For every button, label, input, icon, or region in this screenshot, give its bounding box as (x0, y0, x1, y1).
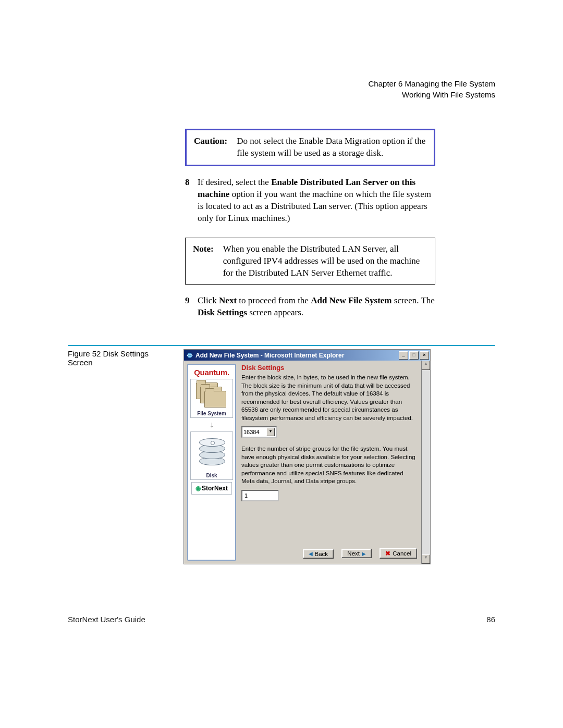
caution-text: Do not select the Enable Data Migration … (237, 135, 426, 159)
next-label: Next (347, 550, 360, 557)
stripe-groups-description: Enter the number of stripe groups for th… (241, 445, 417, 486)
s9-b1: Next (219, 295, 237, 305)
file-system-tile: File System (190, 379, 233, 418)
arrow-down-icon: ↓ (210, 420, 214, 429)
step-9: 9 Click Next to proceed from the Add New… (185, 295, 435, 319)
titlebar: Add New File System - Microsoft Internet… (184, 350, 430, 361)
stripe-groups-input[interactable]: 1 (241, 490, 279, 501)
minimize-button[interactable]: _ (399, 351, 408, 360)
step8-suffix: option if you want the machine on which … (198, 189, 431, 223)
disk-label: Disk (192, 473, 231, 478)
window-body: Quantum. File System ↓ Disk (184, 361, 430, 564)
step-number: 8 (185, 177, 192, 225)
cancel-button[interactable]: ✖ Cancel (380, 548, 417, 559)
wizard-buttons: ◀ Back Next ▶ ✖ Cancel (241, 533, 417, 559)
window-title: Add New File System - Microsoft Internet… (195, 352, 399, 359)
window-buttons: _ □ × (399, 351, 429, 360)
caution-label: Caution: (194, 135, 227, 159)
file-system-label: File System (192, 411, 231, 416)
vertical-scrollbar[interactable]: ▲ ▼ (421, 361, 430, 564)
page-footer: StorNext User's Guide 86 (68, 615, 495, 624)
wizard-main-panel: Disk Settings Enter the block size, in b… (239, 361, 421, 564)
back-button[interactable]: ◀ Back (303, 549, 334, 559)
scroll-down-button[interactable]: ▼ (422, 554, 430, 564)
step-body: Click Next to proceed from the Add New F… (198, 295, 435, 319)
s9-t1: Click (198, 295, 219, 305)
figure-wrap: Figure 52 Disk Settings Screen Add New F… (68, 345, 495, 564)
svg-point-0 (187, 353, 193, 359)
note-text: When you enable the Distributed LAN Serv… (223, 243, 427, 279)
s9-b3: Disk Settings (198, 307, 247, 317)
stornext-badge: ◉StorNext (191, 482, 232, 495)
page-number: 86 (486, 615, 495, 624)
page-body: Chapter 6 Managing the File System Worki… (68, 78, 495, 564)
block-size-value: 16384 (243, 429, 260, 435)
quantum-logo: Quantum. (194, 368, 229, 377)
back-label: Back (315, 551, 328, 557)
cancel-label: Cancel (393, 550, 411, 557)
s9-t2: to proceed from the (237, 295, 311, 305)
close-button[interactable]: × (420, 351, 429, 360)
disk-icon (196, 435, 227, 472)
triangle-left-icon: ◀ (309, 551, 313, 557)
ie-icon (186, 352, 193, 359)
step-8: 8 If desired, select the Enable Distribu… (185, 177, 435, 225)
chapter-line: Chapter 6 Managing the File System (68, 78, 495, 89)
step8-prefix: If desired, select the (198, 177, 271, 187)
stripe-groups-value: 1 (244, 492, 248, 499)
x-icon: ✖ (385, 550, 390, 557)
scroll-track[interactable] (422, 370, 430, 554)
dropdown-arrow-icon[interactable]: ▼ (266, 428, 275, 436)
s9-t3: screen. The (392, 295, 435, 305)
stornext-text: StorNext (202, 485, 228, 492)
running-header: Chapter 6 Managing the File System Worki… (68, 78, 495, 100)
maximize-button[interactable]: □ (409, 351, 419, 360)
section-line: Working With File Systems (68, 89, 495, 100)
globe-icon: ◉ (195, 485, 201, 492)
s9-b2: Add New File System (311, 295, 391, 305)
scroll-up-button[interactable]: ▲ (422, 361, 430, 370)
disk-tile: Disk (190, 431, 233, 480)
footer-left: StorNext User's Guide (68, 615, 145, 624)
triangle-right-icon: ▶ (362, 551, 366, 557)
s9-t4: screen appears. (247, 307, 303, 317)
caution-box: Caution: Do not select the Enable Data M… (185, 129, 435, 166)
note-label: Note: (193, 243, 214, 279)
next-button[interactable]: Next ▶ (341, 549, 372, 558)
folders-icon (196, 382, 227, 410)
block-size-description: Enter the block size, in bytes, to be us… (241, 374, 417, 422)
step-body: If desired, select the Enable Distribute… (198, 177, 435, 225)
block-size-select[interactable]: 16384 ▼ (241, 426, 277, 438)
note-box: Note: When you enable the Distributed LA… (185, 238, 435, 285)
step-number: 9 (185, 295, 192, 319)
screenshot-window: Add New File System - Microsoft Internet… (183, 349, 431, 564)
content-column: Caution: Do not select the Enable Data M… (185, 129, 435, 319)
wizard-sidebar: Quantum. File System ↓ Disk (187, 364, 236, 561)
panel-title: Disk Settings (241, 364, 417, 372)
figure-caption: Figure 52 Disk Settings Screen (68, 349, 172, 367)
